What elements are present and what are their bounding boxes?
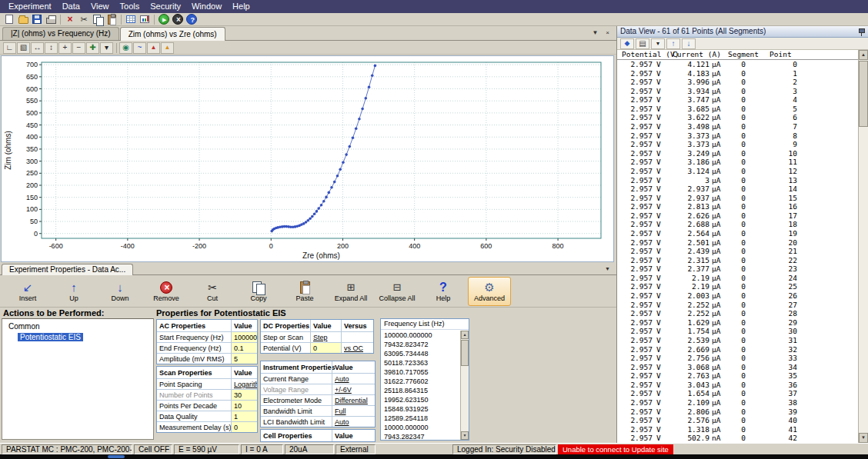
menu-tools[interactable]: Tools [115,0,145,13]
table-row[interactable]: 2.957V3.685µA05 [617,105,858,114]
tab-experiment-properties[interactable]: Experiment Properties - Data Ac... [2,264,133,275]
scroll-up-icon[interactable]: ▲ [859,50,868,60]
property-value[interactable]: Step [310,332,341,342]
zoom-out-button[interactable]: − [72,42,85,54]
menu-window[interactable]: Window [186,0,227,13]
up-button[interactable]: ↑Up [52,277,95,306]
new-file-button[interactable] [2,14,16,25]
tab-z-vs-frequency[interactable]: |Z| (ohms) vs Frequency (Hz) [2,27,119,40]
list-item[interactable]: 15848.931925 [381,404,460,414]
marker-orange-button[interactable]: ▲ [161,42,174,54]
table-row[interactable]: 2.957V3µA013 [617,176,858,185]
scrollbar-thumb[interactable] [461,340,469,366]
paste-button[interactable] [105,14,119,25]
chart-button[interactable] [138,14,152,25]
marker-red-button[interactable]: ▲ [147,42,160,54]
help-circle-button[interactable] [185,14,199,25]
axes-button[interactable]: ∟ [3,42,16,54]
tree-item-potentiostatic-eis[interactable]: Potentiostatic EIS [18,333,83,341]
nyquist-plot[interactable]: -600-400-2000200400600800050100150200250… [2,56,613,261]
chart-close-icon[interactable]: × [603,28,613,38]
table-row[interactable]: 2.957V2.937µA014 [617,185,858,194]
table-row[interactable]: 2.957V3.747µA04 [617,95,858,105]
table-button[interactable] [124,14,138,25]
table-row[interactable]: 2.957V2.669µA032 [617,345,858,354]
move-down-button[interactable]: ↓ [682,38,696,49]
list-item[interactable]: 19952.623150 [381,395,460,404]
pan-button[interactable]: ✚ [86,42,99,54]
copy-button[interactable]: Copy [237,277,280,306]
nyquist-chart[interactable]: -600-400-2000200400600800050100150200250… [1,55,614,262]
table-row[interactable]: 2.957V2.19µA024 [617,274,858,283]
list-item[interactable]: 63095.734448 [381,349,460,358]
view-options-button[interactable]: ▤ [636,38,649,49]
scroll-down-icon[interactable]: ▼ [859,433,868,443]
list-item[interactable]: 100000.000000 [381,331,460,340]
menu-view[interactable]: View [85,0,115,13]
property-value[interactable]: 5 [231,354,257,364]
table-row[interactable]: 2.957V1.629µA029 [617,318,858,328]
fit-curve-button[interactable]: ~ [133,42,146,54]
property-value[interactable]: 0 [231,422,257,432]
property-value[interactable]: 10 [231,401,257,411]
table-row[interactable]: 2.957V2.377µA023 [617,264,858,274]
expand-all-button[interactable]: ⊞Expand All [329,277,372,306]
property-value[interactable]: Full [332,406,375,416]
menu-help[interactable]: Help [227,0,255,13]
property-value[interactable]: Differential [332,395,375,405]
chart-menu-icon[interactable]: ▼ [590,28,600,38]
stop-button[interactable] [171,14,185,25]
taskbar-item[interactable] [108,455,125,458]
tab-zim-vs-zre[interactable]: Zim (ohms) vs Zre (ohms) [120,27,225,41]
zoom-x-button[interactable]: ↔ [31,42,44,54]
cut-button[interactable]: ✂Cut [191,277,234,306]
overlay-button[interactable]: ◉ [119,42,132,54]
table-row[interactable]: 2.957V3.622µA06 [617,113,858,122]
table-row[interactable]: 2.957V1.318µA041 [617,425,858,434]
tree-item-common[interactable]: Common [7,321,153,331]
property-value[interactable]: Auto [332,374,375,384]
property-value[interactable]: 30 [231,390,257,400]
table-row[interactable]: 2.957V3.373µA08 [617,131,858,141]
delete-button[interactable]: × [63,14,77,25]
table-row[interactable]: 2.957V2.756µA033 [617,354,858,363]
table-row[interactable]: 2.957V2.252µA028 [617,309,858,318]
table-row[interactable]: 2.957V502.9nA042 [617,434,858,443]
table-row[interactable]: 2.957V2.19µA025 [617,282,858,291]
down-button[interactable]: ↓Down [98,277,142,306]
zoom-y-button[interactable]: ↕ [45,42,58,54]
table-row[interactable]: 2.957V2.806µA039 [617,407,858,417]
list-item[interactable]: 12589.254118 [381,414,460,423]
table-row[interactable]: 2.957V3.498µA07 [617,122,858,131]
table-row[interactable]: 2.957V3.373µA09 [617,140,858,149]
pin-icon[interactable] [858,28,865,36]
table-row[interactable]: 2.957V2.937µA015 [617,194,858,203]
property-value[interactable]: 100000 [231,332,257,342]
menu-data[interactable]: Data [57,0,85,13]
table-row[interactable]: 2.957V3.068µA034 [617,363,858,372]
table-row[interactable]: 2.957V2.315µA022 [617,256,858,265]
table-row[interactable]: 2.957V2.626µA017 [617,211,858,221]
table-row[interactable]: 2.957V2.576µA040 [617,416,858,425]
scroll-up-icon[interactable]: ▲ [461,331,469,339]
run-button[interactable] [157,14,171,25]
dropdown-button[interactable]: ▾ [651,38,665,49]
table-row[interactable]: 2.957V4.121µA00 [617,60,858,69]
advanced-button[interactable]: ⚙Advanced [468,277,511,306]
table-row[interactable]: 2.957V2.813µA016 [617,202,858,211]
property-value[interactable]: 0.1 [231,343,257,353]
help-button[interactable]: ?Help [422,277,465,306]
table-row[interactable]: 2.957V2.252µA027 [617,301,858,310]
list-item[interactable]: 7943.282347 [381,432,460,440]
collapse-panel-icon[interactable]: ▼ [605,266,610,271]
copy-button[interactable] [91,14,105,25]
table-row[interactable]: 2.957V2.564µA019 [617,229,858,238]
table-row[interactable]: 2.957V2.439µA021 [617,247,858,256]
table-row[interactable]: 2.957V2.539µA031 [617,336,858,345]
property-versus[interactable]: vs OC [341,343,373,353]
table-row[interactable]: 2.957V3.934µA03 [617,87,858,96]
scrollbar-thumb[interactable] [859,61,868,127]
property-value[interactable]: Logarithmic [231,379,257,389]
open-file-button[interactable] [16,14,30,25]
list-item[interactable]: 50118.723363 [381,358,460,368]
